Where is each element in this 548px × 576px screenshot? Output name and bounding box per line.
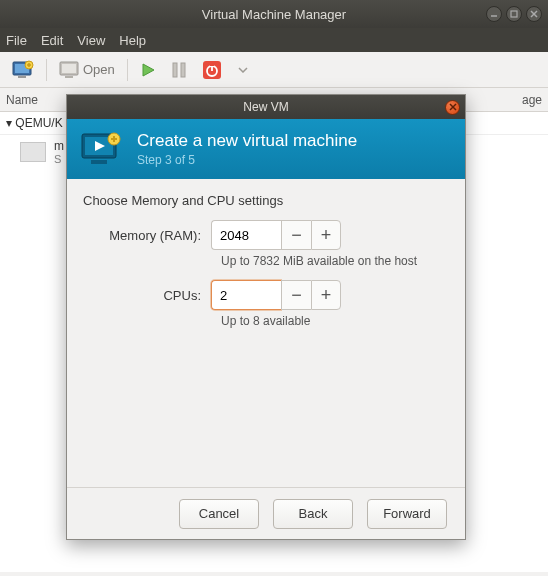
close-icon <box>449 103 457 111</box>
open-button[interactable]: Open <box>55 56 119 84</box>
svg-rect-19 <box>210 63 214 66</box>
new-vm-button[interactable] <box>8 56 38 84</box>
header-step: Step 3 of 5 <box>137 153 357 167</box>
dialog-body: Choose Memory and CPU settings Memory (R… <box>67 179 465 487</box>
separator <box>46 59 47 81</box>
memory-row: Memory (RAM): − + <box>83 220 449 250</box>
menu-help[interactable]: Help <box>119 33 146 48</box>
open-label: Open <box>83 62 115 77</box>
maximize-button[interactable] <box>506 6 522 22</box>
pause-button[interactable] <box>168 56 190 84</box>
menubar: File Edit View Help <box>0 28 548 52</box>
menu-file[interactable]: File <box>6 33 27 48</box>
dialog-close-button[interactable] <box>445 100 460 115</box>
shutdown-button[interactable] <box>198 56 226 84</box>
run-button[interactable] <box>136 56 160 84</box>
memory-spinbox: − + <box>211 220 341 250</box>
close-button[interactable] <box>526 6 542 22</box>
wizard-icon <box>81 131 123 167</box>
play-icon <box>140 62 156 78</box>
main-titlebar: Virtual Machine Manager <box>0 0 548 28</box>
svg-rect-12 <box>65 76 73 78</box>
header-title: Create a new virtual machine <box>137 131 357 151</box>
header-text: Create a new virtual machine Step 3 of 5 <box>137 131 357 167</box>
memory-input[interactable] <box>211 220 281 250</box>
separator <box>127 59 128 81</box>
cpus-hint: Up to 8 available <box>221 314 449 328</box>
back-button[interactable]: Back <box>273 499 353 529</box>
cpus-label: CPUs: <box>83 288 211 303</box>
toolbar: Open <box>0 52 548 88</box>
memory-increment-button[interactable]: + <box>311 220 341 250</box>
menu-view[interactable]: View <box>77 33 105 48</box>
memory-decrement-button[interactable]: − <box>281 220 311 250</box>
cancel-button[interactable]: Cancel <box>179 499 259 529</box>
chevron-down-icon <box>238 67 248 73</box>
body-heading: Choose Memory and CPU settings <box>83 193 449 208</box>
svg-rect-1 <box>511 11 517 17</box>
vm-row-text: m S <box>54 139 64 165</box>
vm-state: S <box>54 153 64 165</box>
dialog-footer: Cancel Back Forward <box>67 487 465 539</box>
svg-rect-11 <box>62 64 76 73</box>
cpus-decrement-button[interactable]: − <box>281 280 311 310</box>
monitor-new-icon <box>12 60 34 80</box>
vm-name: m <box>54 139 64 153</box>
menu-edit[interactable]: Edit <box>41 33 63 48</box>
cpus-row: CPUs: − + <box>83 280 449 310</box>
dialog-titlebar[interactable]: New VM <box>67 95 465 119</box>
dialog-title: New VM <box>243 100 288 114</box>
new-vm-dialog: New VM Create a new virtual machine Step… <box>66 94 466 540</box>
cpus-increment-button[interactable]: + <box>311 280 341 310</box>
col-usage[interactable]: age <box>462 93 542 107</box>
svg-rect-25 <box>91 160 107 164</box>
monitor-icon <box>59 61 79 79</box>
svg-rect-15 <box>181 63 185 77</box>
forward-button[interactable]: Forward <box>367 499 447 529</box>
svg-marker-13 <box>143 64 154 76</box>
minimize-button[interactable] <box>486 6 502 22</box>
svg-rect-14 <box>173 63 177 77</box>
cpus-spinbox: − + <box>211 280 341 310</box>
window-controls <box>486 6 542 22</box>
memory-hint: Up to 7832 MiB available on the host <box>221 254 449 268</box>
main-title: Virtual Machine Manager <box>202 7 346 22</box>
cpus-input[interactable] <box>211 280 281 310</box>
shutdown-menu-button[interactable] <box>234 56 252 84</box>
pause-icon <box>172 62 186 78</box>
dialog-header: Create a new virtual machine Step 3 of 5 <box>67 119 465 179</box>
svg-rect-6 <box>18 76 26 78</box>
memory-label: Memory (RAM): <box>83 228 211 243</box>
vm-thumbnail-icon <box>20 142 46 162</box>
power-icon <box>202 60 222 80</box>
